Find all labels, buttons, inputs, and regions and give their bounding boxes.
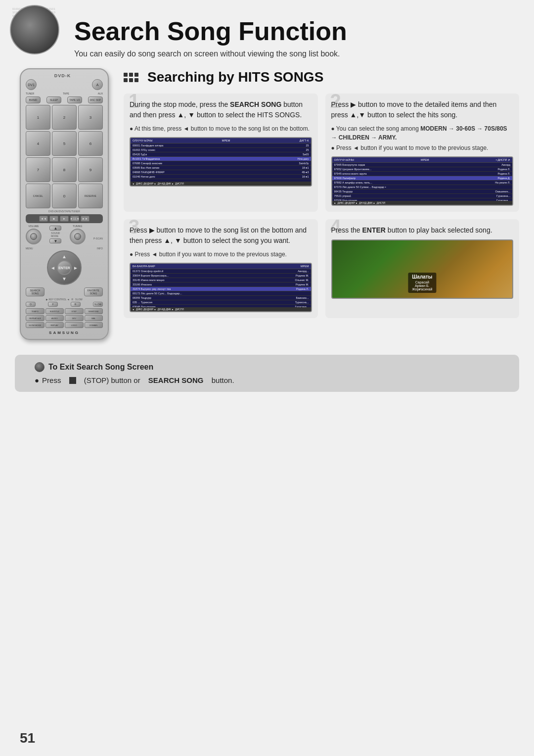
remote-favorite-song-button[interactable]: FAVORITESONG — [84, 287, 103, 296]
remote-ffwd-button[interactable]: ►► — [81, 216, 89, 222]
remote-nav-left: ◄ — [50, 265, 55, 271]
remote-dev-button[interactable]: DEV — [65, 315, 84, 321]
step-3-text: Press ▶ button to move to the song list … — [130, 225, 312, 246]
remote-semitone-button[interactable]: SEMITONE — [85, 308, 103, 314]
remote-nav-ring[interactable]: ▲ ▼ ◄ ► ENTER — [47, 250, 82, 285]
steps-grid: 1 During the stop mode, press the SEARCH… — [124, 94, 519, 318]
remote-dv1-button[interactable]: DV1 — [26, 79, 37, 90]
remote-f-button[interactable]: F — [48, 302, 58, 307]
section-heading: Searching by HITS SONGS — [124, 68, 519, 86]
remote-nav-right: ► — [73, 265, 78, 271]
remote-repeatab-button[interactable]: REPEAT A-B — [26, 315, 44, 321]
step-1-content: During the stop mode, press the SEARCH S… — [130, 99, 312, 187]
remote-vol-tune: VOLUME ▲ SOUNDMODE ▼ TUNING P-SCAN — [26, 225, 103, 244]
remote-sleep-button[interactable]: SLEEP — [46, 96, 61, 103]
bottom-area: To Exit Search Song Screen ● Press (STOP… — [15, 355, 519, 392]
remote-d-button[interactable]: D — [26, 302, 36, 307]
remote-logo-button[interactable]: LOGO — [65, 322, 84, 328]
remote-subtitle-button[interactable]: SUBTITLE — [45, 308, 64, 314]
step-1-box: 1 During the stop mode, press the SEARCH… — [124, 94, 318, 212]
heading-icon — [124, 68, 141, 86]
step-4-screen-container: Шалаты Сарасай Арман Б. Жорғасинай — [331, 239, 514, 299]
remote-pauseplay-button[interactable]: ►11◄ — [70, 216, 79, 222]
remote-volume-knob[interactable] — [26, 229, 42, 244]
bottom-oval-icon — [35, 362, 44, 372]
remote-nav-down: ▼ — [62, 276, 67, 282]
remote-up-button[interactable]: ▲ — [49, 226, 61, 231]
remote-tuning-knob[interactable] — [70, 229, 86, 244]
step-1-screen: ОЛУУЧУ-ЫЗЧЫ МРЕМ ДАГТ-К 00001 Лалфрдие а… — [130, 137, 312, 187]
remote-domain-button[interactable]: DOMAIN — [85, 322, 103, 328]
remote-logo: DVD-K — [26, 73, 103, 78]
remote-enter-button[interactable]: ENTER — [57, 260, 72, 275]
remote-btn-9[interactable]: 9 — [78, 157, 103, 182]
step-4-box: 4 Press the ENTER button to play back se… — [325, 219, 520, 318]
remote-discskip-button[interactable]: DISC SKIP — [88, 96, 103, 103]
step-2-screen: ОЛУУЧУ-ЫЗЧЫ МРЕМ • ДИСПЛ ≯ 97965 Бокоруп… — [331, 156, 514, 206]
remote-btn-8[interactable]: 8 — [52, 157, 77, 182]
header-circle — [10, 5, 59, 54]
remote-search-song-button[interactable]: SEARCHSONG — [26, 287, 44, 296]
step-3-screen: БА-БАКУРА-БАКР МРЕМ 01372 Олисфор орейл.… — [130, 263, 312, 312]
remote-btn-3[interactable]: 3 — [78, 105, 103, 130]
right-content: Searching by HITS SONGS 1 During the sto… — [124, 68, 519, 340]
remote-nav-area: MENU INFO ▲ ▼ ◄ ► ENTER — [26, 247, 103, 285]
step-2-box: 2 Press ▶ button to move to the detailed… — [325, 94, 520, 212]
remote-btn-0[interactable]: 0 — [52, 184, 77, 208]
step-2-content: Press ▶ button to move to the detailed i… — [331, 99, 514, 206]
step-2-text: Press ▶ button to move to the detailed i… — [331, 99, 514, 120]
remote-container: DVD-K DV1 A TUNER TAPE AUX BAND SLEEP TA… — [15, 68, 114, 340]
remote-a-button[interactable]: A — [92, 79, 103, 90]
remote-band-button[interactable]: BAND — [26, 96, 41, 103]
remote-btn-4[interactable]: 4 — [26, 131, 50, 156]
remote-transport: ◄◄ ■ ► ►11◄ ►► — [26, 214, 103, 223]
remote-btn-cancel[interactable]: CANCEL — [26, 184, 50, 208]
remote-down-button[interactable]: ▼ — [49, 238, 61, 243]
step-2-bullets: ● You can select the song among MODERN →… — [331, 124, 514, 152]
remote-btn-6[interactable]: 6 — [78, 131, 103, 156]
step-2-screen-container: ОЛУУЧУ-ЫЗЧЫ МРЕМ • ДИСПЛ ≯ 97965 Бокоруп… — [331, 156, 514, 206]
remote-btn-5[interactable]: 5 — [52, 131, 77, 156]
remote-nav-arrows: ▲ SOUNDMODE ▼ — [49, 226, 61, 243]
remote-stop-button[interactable]: ■ — [49, 216, 58, 222]
step-4-screen-overlay: Шалаты Сарасай Арман Б. Жорғасинай — [408, 273, 436, 293]
remote-control-row-label: ▶ KEY CONTROL ◄ R SLOW — [26, 298, 103, 301]
header-icon: 01010101010101010101010101 1010101010101… — [10, 5, 59, 54]
remote-btn-reserve[interactable]: RESERVE — [78, 184, 103, 208]
remote-tempo-button[interactable]: TEMPO — [26, 308, 44, 314]
bottom-title: To Exit Search Song Screen — [35, 362, 499, 372]
remote-function-row: BAND SLEEP TAPE 1/2 DISC SKIP — [26, 96, 103, 103]
remote-audio-button[interactable]: AUDIO — [45, 315, 64, 321]
remote-play-button[interactable]: ► — [60, 216, 69, 222]
remote-slowmode-button[interactable]: SLOW MODE — [26, 322, 44, 328]
remote-replay-button[interactable]: REPLAY — [45, 322, 64, 328]
remote-btn-2[interactable]: 2 — [52, 105, 77, 130]
step-1-screen-container: ОЛУУЧУ-ЫЗЧЫ МРЕМ ДАГТ-К 00001 Лалфрдие а… — [130, 137, 312, 187]
remote-rewind-button[interactable]: ◄◄ — [39, 216, 48, 222]
step-1-text: During the stop mode, press the SEARCH S… — [130, 99, 312, 120]
remote-nav-up: ▲ — [62, 254, 67, 259]
page-subtitle: You can easily do song search on screen … — [74, 49, 514, 58]
remote-bottom-grid: TEMPO SUBTITLE STEP SEMITONE REPEAT A-B … — [26, 308, 103, 328]
remote-tape12-button[interactable]: TAPE 1/2 — [67, 96, 82, 103]
step-3-box: 3 Press ▶ button to move to the song lis… — [124, 219, 318, 318]
page-header: 01010101010101010101010101 1010101010101… — [0, 0, 534, 63]
remote-row-labels: TUNER TAPE AUX — [26, 92, 103, 95]
remote-btn-1[interactable]: 1 — [26, 105, 50, 130]
remote-numpad: 1 2 3 4 5 6 7 8 9 CANCEL 0 RESERVE — [26, 105, 103, 208]
remote-mal-button[interactable]: MAL — [85, 315, 103, 321]
section-title: Searching by HITS SONGS — [147, 69, 323, 85]
page-title: Search Song Function — [74, 10, 514, 46]
remote-btn-7[interactable]: 7 — [26, 157, 50, 182]
step-1-bullets: ● At this time, press ◄ button to move t… — [130, 124, 312, 133]
remote-step-button[interactable]: STEP — [65, 308, 84, 314]
remote-slow-button[interactable]: SLOW — [93, 302, 103, 307]
remote-top-buttons: DV1 A — [26, 79, 103, 90]
step-3-content: Press ▶ button to move to the song list … — [130, 225, 312, 312]
remote-r-button[interactable]: R — [71, 302, 81, 307]
remote-dvd-label: DVD-DK/DVD/TAPE/TUNER — [26, 210, 103, 213]
remote-side-buttons: SEARCHSONG FAVORITESONG — [26, 287, 103, 296]
step-3-bullets: ● Press ◄ button if you want to move to … — [130, 250, 312, 259]
stop-icon — [69, 377, 76, 384]
step-4-text: Press the ENTER button to play back sele… — [331, 225, 514, 236]
